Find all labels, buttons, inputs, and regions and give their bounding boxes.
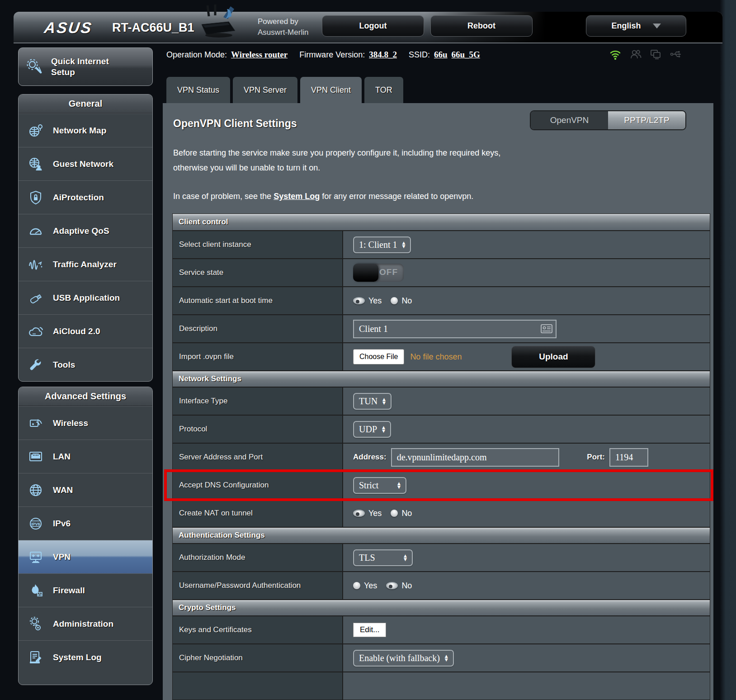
sidebar-item-vpn[interactable]: VPN <box>19 540 152 573</box>
network-map-icon <box>26 122 46 140</box>
sidebar-item-system-log[interactable]: System Log <box>19 640 152 674</box>
sidebar-item-guest-network[interactable]: Guest Network <box>19 147 152 180</box>
powered-by-label: Powered by <box>258 16 308 27</box>
tab-tor[interactable]: TOR <box>364 77 403 103</box>
sidebar-item-tools[interactable]: Tools <box>19 348 152 381</box>
pptp-l2tp-toggle-button[interactable]: PPTP/L2TP <box>608 111 685 129</box>
tab-vpn-client[interactable]: VPN Client <box>300 77 362 103</box>
asus-logo: ASUS <box>43 19 94 37</box>
section-network-settings: Network Settings <box>173 370 710 387</box>
select-arrows-icon: ▲▼ <box>382 397 386 405</box>
sidebar-item-lan[interactable]: LAN <box>19 440 152 473</box>
cipher-negotiation-select[interactable]: Enable (with fallback) ▲▼ <box>353 650 454 667</box>
firmware-version-link[interactable]: 384.8_2 <box>369 50 397 60</box>
sidebar-item-aicloud[interactable]: AiCloud 2.0 <box>19 314 152 348</box>
general-section-title: General <box>19 95 152 114</box>
page-title: OpenVPN Client Settings <box>173 118 297 130</box>
select-arrows-icon: ▲▼ <box>404 554 407 561</box>
usb-icon[interactable] <box>670 48 684 61</box>
status-icon-strip <box>609 48 684 61</box>
system-log-link[interactable]: System Log <box>274 192 320 201</box>
server-address-input[interactable] <box>391 448 559 467</box>
logout-button[interactable]: Logout <box>322 15 424 37</box>
row-authorization-mode: Authorization Mode TLS ▲▼ <box>173 543 710 571</box>
shield-lock-icon <box>26 189 46 207</box>
toggle-knob <box>353 264 378 282</box>
vpn-monitor-icon <box>26 548 46 566</box>
sidebar-item-firewall[interactable]: Firewall <box>19 573 152 607</box>
row-userpass-auth: Username/Password Authentication Yes No <box>173 571 710 599</box>
address-label: Address: <box>353 453 387 462</box>
nat-no-radio[interactable] <box>391 510 398 517</box>
choose-file-button[interactable]: Choose File <box>353 349 404 364</box>
row-protocol: Protocol UDP ▲▼ <box>173 415 710 443</box>
content-panel: OpenVPN Client Settings OpenVPN PPTP/L2T… <box>163 103 713 700</box>
ipv6-icon: IPV6 <box>26 515 46 533</box>
powered-by-block: Powered by Asuswrt-Merlin <box>258 16 308 38</box>
server-port-input[interactable] <box>609 448 648 467</box>
userpass-yes-radio[interactable] <box>353 582 360 589</box>
cloud-icon <box>26 322 46 341</box>
sidebar-item-wireless[interactable]: Wireless <box>19 406 152 440</box>
sidebar-item-adaptive-qos[interactable]: Adaptive QoS <box>19 214 152 247</box>
waveform-icon <box>26 255 46 274</box>
service-state-toggle[interactable]: OFF <box>353 264 404 282</box>
sidebar-item-usb-application[interactable]: USB Application <box>19 281 152 314</box>
nat-yes-radio[interactable] <box>353 510 365 517</box>
userpass-no-radio[interactable] <box>386 582 398 589</box>
gauge-icon <box>26 222 46 240</box>
row-cipher-negotiation: Cipher Negotiation Enable (with fallback… <box>173 643 710 672</box>
ssid-label: SSID: <box>409 50 430 60</box>
wifi-icon[interactable] <box>609 48 622 61</box>
select-arrows-icon: ▲▼ <box>397 482 401 489</box>
operation-mode-link[interactable]: Wireless router <box>231 50 288 60</box>
accept-dns-select[interactable]: Strict ▲▼ <box>353 477 406 494</box>
wireless-icon <box>26 414 46 432</box>
log-document-icon <box>26 648 46 667</box>
flame-icon <box>26 582 46 600</box>
sidebar-item-administration[interactable]: Administration <box>19 607 152 640</box>
gear-wrench-icon <box>26 615 46 633</box>
section-authentication-settings: Authentication Settings <box>173 527 710 543</box>
interface-type-select[interactable]: TUN ▲▼ <box>353 393 392 410</box>
router-model: RT-AC66U_B1 <box>112 21 194 35</box>
router-product-image <box>195 5 241 44</box>
top-banner: ASUS RT-AC66U_B1 Powered by Asuswrt-Merl… <box>14 12 722 43</box>
language-dropdown[interactable]: English <box>586 15 686 37</box>
ssid-link-24g[interactable]: 66u <box>434 50 448 60</box>
vpn-tab-bar: VPN Status VPN Server VPN Client TOR <box>166 77 403 103</box>
tab-vpn-server[interactable]: VPN Server <box>233 77 297 103</box>
row-automatic-start: Automatic start at boot time Yes No <box>173 286 710 314</box>
quick-setup-icon <box>25 57 45 77</box>
sidebar-item-ipv6[interactable]: IPV6 IPv6 <box>19 506 152 540</box>
row-cutoff <box>173 672 710 700</box>
auto-start-no-radio[interactable] <box>391 297 398 304</box>
reboot-button[interactable]: Reboot <box>430 15 533 37</box>
row-create-nat: Create NAT on tunnel Yes No <box>173 499 710 527</box>
protocol-select[interactable]: UDP ▲▼ <box>353 421 391 438</box>
row-select-client-instance: Select client instance 1: Client 1 ▲▼ <box>173 230 710 258</box>
clients-icon[interactable] <box>629 48 642 61</box>
ssid-link-5g[interactable]: 66u_5G <box>452 50 480 60</box>
note-text: In case of problem, see the System Log f… <box>173 192 473 201</box>
edit-keys-button[interactable]: Edit... <box>353 623 386 637</box>
description-input[interactable] <box>353 320 557 338</box>
sidebar-item-aiprotection[interactable]: AiProtection <box>19 180 152 214</box>
intro-text: Before starting the service make sure yo… <box>173 146 500 175</box>
contact-card-icon[interactable] <box>541 324 552 333</box>
tab-vpn-status[interactable]: VPN Status <box>166 77 230 103</box>
devices-icon[interactable] <box>650 48 662 61</box>
no-file-chosen-text: No file chosen <box>410 352 462 362</box>
quick-internet-setup-button[interactable]: Quick Internet Setup <box>18 47 153 86</box>
port-label: Port: <box>587 453 605 462</box>
upload-button[interactable]: Upload <box>511 346 595 368</box>
svg-text:IPV6: IPV6 <box>31 522 40 526</box>
globe-icon <box>26 481 46 499</box>
authorization-mode-select[interactable]: TLS ▲▼ <box>353 549 413 566</box>
sidebar-item-traffic-analyzer[interactable]: Traffic Analyzer <box>19 247 152 281</box>
openvpn-toggle-button[interactable]: OpenVPN <box>531 111 608 129</box>
sidebar-item-network-map[interactable]: Network Map <box>19 114 152 147</box>
client-instance-select[interactable]: 1: Client 1 ▲▼ <box>353 236 411 253</box>
auto-start-yes-radio[interactable] <box>353 297 365 304</box>
sidebar-item-wan[interactable]: WAN <box>19 473 152 506</box>
